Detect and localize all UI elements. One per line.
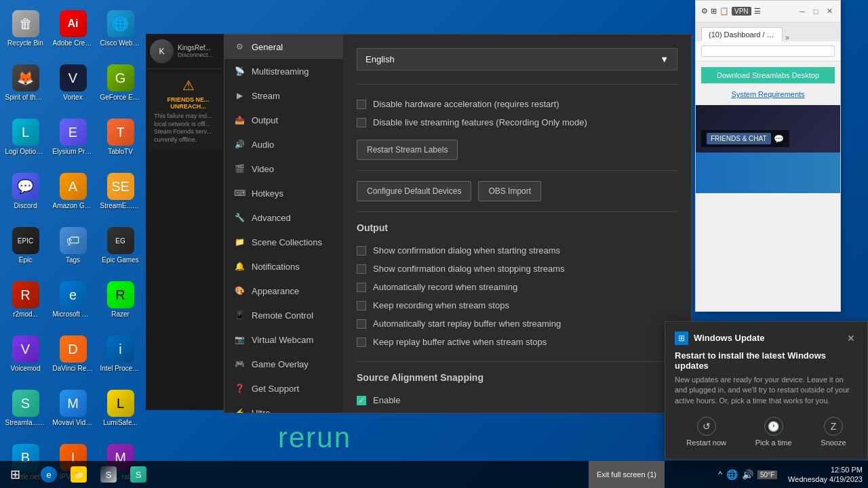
desktop-icon-lumi[interactable]: L LumiSafe... (98, 383, 142, 434)
sidebar-item-get-support[interactable]: ❓ Get Support (224, 376, 343, 401)
friend-list-panel: K KingsRef... Disconnect... ⚠ FRIENDS NE… (146, 34, 231, 410)
taskbar-icon-steam[interactable]: S (94, 461, 123, 488)
friend-item-kingsref[interactable]: K KingsRef... Disconnect... (146, 34, 231, 69)
language-value: English (366, 54, 395, 64)
desktop-icon-recycle-bin[interactable]: 🗑 Recycle Bin (3, 3, 47, 54)
geforce-icon: G (107, 64, 134, 92)
sidebar-item-label: Output (252, 115, 278, 125)
enable-snap-label: Enable (373, 395, 400, 405)
desktop-icon-label: TabloTV (108, 148, 133, 156)
desktop-icon-streamelements[interactable]: SE StreamE... SE Live (98, 166, 142, 217)
chat-icon[interactable]: 💬 (774, 134, 784, 144)
sidebar-item-general[interactable]: ⚙ General (224, 35, 343, 59)
desktop-icon-label: Amazon Games (53, 202, 94, 210)
desktop-icon-label: Intel Processor... (100, 365, 141, 373)
snooze-button[interactable]: Z Snooze (815, 414, 851, 449)
desktop-icon-streamlabs[interactable]: S Streamla... Desktop (3, 383, 47, 434)
enable-snap-checkbox[interactable]: ✓ (357, 396, 366, 405)
confirm-start-checkbox[interactable] (357, 246, 366, 256)
sidebar-item-audio[interactable]: 🔊 Audio (224, 132, 343, 157)
desktop-icon-epicgames[interactable]: EG Epic Games (98, 220, 142, 271)
desktop-icon-tablotv[interactable]: T TabloTV (98, 112, 142, 163)
desktop-icon-epic[interactable]: EPIC Epic (3, 220, 47, 271)
desktop-icon-amazon[interactable]: A Amazon Games (51, 166, 95, 217)
cisco-icon: 🌐 (107, 10, 134, 37)
sidebar-item-notifications[interactable]: 🔔 Notifications (224, 254, 343, 279)
desktop-icon-cisco[interactable]: 🌐 Cisco Webex... (98, 3, 142, 54)
sidebar-item-stream[interactable]: ▶ Stream (224, 83, 343, 108)
taskbar-icon-folder[interactable]: 📁 (64, 461, 94, 488)
keep-recording-checkbox[interactable] (357, 301, 366, 310)
desktop-icon-r2mod[interactable]: R r2mod... (3, 274, 47, 325)
desktop-icon-label: Epic Games (102, 256, 138, 264)
restart-now-label: Restart now (686, 439, 726, 447)
auto-record-checkbox[interactable] (357, 283, 366, 292)
browser-maximize-button[interactable]: □ (810, 6, 821, 17)
browser-tab-dashboard[interactable]: (10) Dashboard / St... (701, 27, 783, 41)
desktop-icon-geforce[interactable]: G GeForce Exp... (98, 58, 142, 108)
taskbar-clock[interactable]: 12:50 PM Wednesday 4/19/2023 (783, 465, 868, 485)
system-requirements-link[interactable]: System Requirements (731, 90, 804, 98)
sidebar-item-game-overlay[interactable]: 🎮 Game Overlay (224, 352, 343, 376)
disable-hw-accel-checkbox[interactable] (357, 100, 366, 109)
desktop-icon-adobe[interactable]: Ai Adobe Creat... (51, 3, 95, 54)
desktop-icon-discord[interactable]: 💬 Discord (3, 166, 47, 217)
download-streamlabs-button[interactable]: Download Streamlabs Desktop (701, 67, 835, 83)
restart-now-button[interactable]: ↺ Restart now (681, 414, 732, 449)
sidebar-item-virtual-webcam[interactable]: 📷 Virtual Webcam (224, 327, 343, 352)
start-button[interactable]: ⊞ (0, 461, 31, 488)
browser-url-input[interactable] (701, 45, 835, 57)
r2mod-icon: R (12, 281, 39, 308)
sidebar-item-ultra[interactable]: ⚡ Ultra (224, 401, 343, 413)
sidebar-item-label: Stream (252, 91, 280, 101)
sidebar-item-multistreaming[interactable]: 📡 Multistreaming (224, 59, 343, 83)
disable-live-streaming-checkbox[interactable] (357, 118, 366, 127)
desktop-icon-davinci[interactable]: D DaVinci Resolve (51, 329, 95, 380)
browser-minimize-button[interactable]: ─ (797, 6, 808, 17)
desktop-icon-label: StreamE... SE Live (100, 202, 141, 210)
streamelements-icon: SE (107, 173, 134, 200)
checkbox-row-confirm-stop: Show confirmation dialog when stopping s… (357, 260, 677, 278)
sidebar-item-remote-control[interactable]: 📱 Remote Control (224, 303, 343, 327)
configure-default-devices-button[interactable]: Configure Default Devices (357, 181, 471, 201)
taskbar-icon-streamlabs[interactable]: S (123, 461, 153, 488)
sidebar-item-advanced[interactable]: 🔧 Advanced (224, 205, 343, 230)
sidebar-item-video[interactable]: 🎬 Video (224, 157, 343, 181)
desktop-icon-logi[interactable]: L Logi Options... (3, 112, 47, 163)
browser-tab-expand[interactable]: » (785, 33, 789, 41)
language-dropdown[interactable]: English ▼ (357, 48, 677, 70)
sidebar-item-hotkeys[interactable]: ⌨ Hotkeys (224, 181, 343, 205)
sidebar-item-scene-collections[interactable]: 📁 Scene Collections (224, 230, 343, 254)
disable-live-streaming-label: Disable live streaming features (Recordi… (373, 117, 587, 127)
recycle-bin-icon: 🗑 (12, 10, 39, 37)
pick-time-button[interactable]: 🕐 Pick a time (750, 414, 797, 449)
friend-name: KingsRef... (178, 44, 226, 52)
disable-hw-accel-label: Disable hardware acceleration (requires … (373, 99, 559, 109)
browser-close-button[interactable]: ✕ (824, 6, 835, 17)
desktop-icon-voicemod[interactable]: V Voicemod (3, 329, 47, 380)
sidebar-item-output[interactable]: 📤 Output (224, 108, 343, 132)
desktop-icon-movavi[interactable]: M Movavi Video C... (51, 383, 95, 434)
exit-fullscreen-button[interactable]: Exit full screen (1) (589, 461, 665, 488)
desktop-icon-label: Razer (111, 310, 130, 319)
sidebar-item-appearance[interactable]: 🎨 Appearance (224, 279, 343, 303)
desktop-icon-tags[interactable]: 🏷 Tags (51, 220, 95, 271)
sidebar-item-label: Remote Control (252, 310, 313, 321)
pick-time-icon: 🕐 (764, 417, 783, 436)
notification-close-button[interactable]: ✕ (844, 331, 858, 345)
desktop-icon-edge[interactable]: e Microsoft Edge (51, 274, 95, 325)
desktop-icon-label: Streamla... Desktop (5, 419, 46, 427)
confirm-stop-checkbox[interactable] (357, 264, 366, 274)
appearance-icon: 🎨 (234, 285, 245, 296)
desktop-icon-razer[interactable]: R Razer (98, 274, 142, 325)
keep-replay-checkbox[interactable] (357, 338, 366, 347)
obs-import-button[interactable]: OBS Import (478, 181, 541, 201)
desktop-icon-intel[interactable]: i Intel Processor... (98, 329, 142, 380)
keep-replay-label: Keep replay buffer active when stream st… (373, 337, 547, 347)
taskbar-icon-search[interactable]: e (34, 461, 64, 488)
desktop-icon-vortex[interactable]: V Vortex (51, 58, 95, 108)
auto-replay-checkbox[interactable] (357, 319, 366, 329)
desktop-icon-elysium[interactable]: E Elysium Proje... (51, 112, 95, 163)
restart-stream-labels-button[interactable]: Restart Stream Labels (357, 140, 458, 160)
desktop-icon-spirit[interactable]: 🦊 Spirit of the North (3, 58, 47, 108)
